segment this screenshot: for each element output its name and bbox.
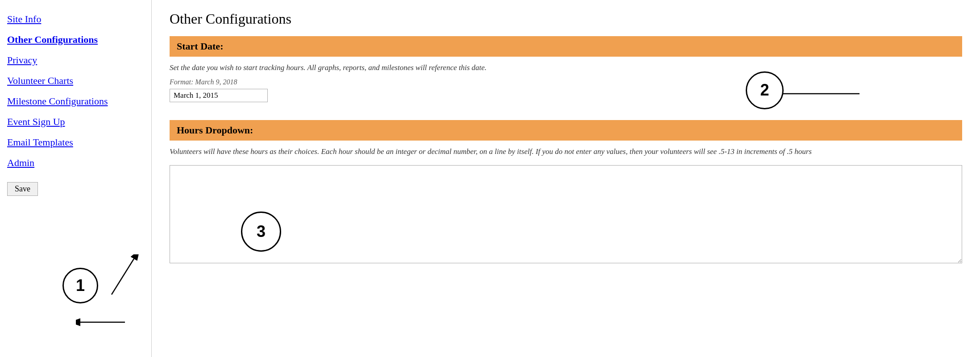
start-date-description: Set the date you wish to start tracking …	[170, 62, 962, 74]
svg-line-3	[112, 259, 134, 295]
sidebar-item-site-info[interactable]: Site Info	[7, 9, 144, 29]
page-title: Other Configurations	[170, 11, 962, 27]
hours-dropdown-description: Volunteers will have these hours as thei…	[170, 146, 962, 158]
annotation-circle-2: 2	[746, 71, 784, 109]
page-layout: Site Info Other Configurations Privacy V…	[0, 0, 980, 357]
annotation-circle-3: 3	[241, 212, 281, 252]
hours-dropdown-header: Hours Dropdown:	[170, 120, 962, 141]
sidebar-item-volunteer-charts[interactable]: Volunteer Charts	[7, 71, 144, 91]
circle2-arrow-icon	[775, 85, 864, 107]
sidebar: Site Info Other Configurations Privacy V…	[0, 0, 152, 357]
start-date-header: Start Date:	[170, 36, 962, 57]
annotation-circle-1: 1	[62, 268, 98, 303]
start-date-input-area: Format: March 9, 2018 2	[170, 78, 962, 111]
hours-textarea[interactable]	[170, 165, 962, 263]
sidebar-item-milestone-configurations[interactable]: Milestone Configurations	[7, 91, 144, 112]
start-date-section: Start Date: Set the date you wish to sta…	[170, 36, 962, 111]
hours-dropdown-section: Hours Dropdown: Volunteers will have the…	[170, 120, 962, 266]
main-content: Other Configurations Start Date: Set the…	[152, 0, 980, 357]
hours-textarea-wrapper: 3	[170, 162, 962, 265]
start-date-input[interactable]	[170, 89, 268, 102]
sidebar-item-other-configurations[interactable]: Other Configurations	[7, 29, 144, 50]
save-arrow-icon	[76, 313, 129, 331]
sidebar-item-event-sign-up[interactable]: Event Sign Up	[7, 112, 144, 132]
sidebar-item-privacy[interactable]: Privacy	[7, 50, 144, 71]
save-button[interactable]: Save	[7, 182, 38, 196]
save-area: Save	[7, 182, 144, 196]
sidebar-item-admin[interactable]: Admin	[7, 153, 144, 173]
sidebar-item-email-templates[interactable]: Email Templates	[7, 132, 144, 153]
